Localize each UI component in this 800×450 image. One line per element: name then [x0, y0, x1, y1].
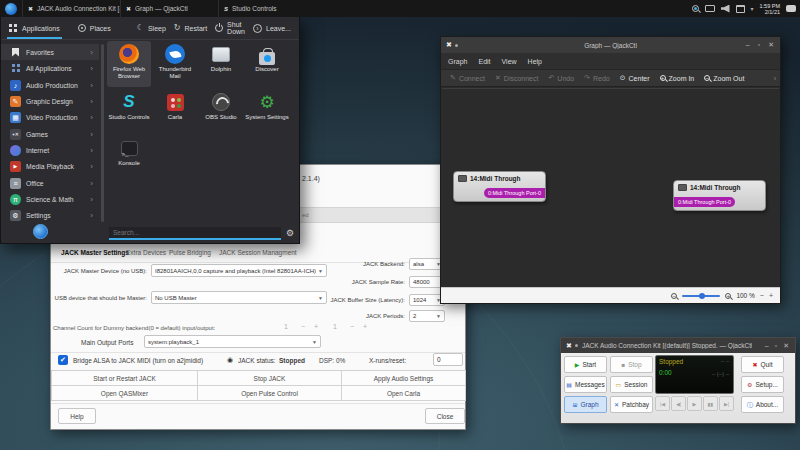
step-back-button[interactable]: ◀|: [671, 396, 686, 411]
restart-button[interactable]: ↻ Restart: [170, 17, 211, 39]
menu-view[interactable]: View: [502, 58, 517, 65]
about-button[interactable]: ⓘAbout...: [741, 396, 784, 413]
tab-jack-master-settings[interactable]: JACK Master Settings: [61, 249, 129, 256]
distro-menu-icon[interactable]: [5, 3, 17, 15]
app-obs-studio[interactable]: OBS Studio: [199, 89, 243, 121]
app-carla[interactable]: Carla: [153, 89, 197, 121]
apply-audio-settings-button[interactable]: Apply Audio Settings: [341, 370, 466, 386]
close-button[interactable]: [783, 342, 789, 350]
start-button[interactable]: ▶Start: [564, 356, 607, 373]
open-qasmixer-button[interactable]: Open QASMixer: [51, 385, 198, 401]
category-games[interactable]: +✕Games›: [1, 126, 99, 142]
disconnect-button[interactable]: ✕Disconnect: [495, 74, 539, 82]
tab-jack-session-management[interactable]: JACK Session Managment: [219, 249, 297, 256]
stop-button[interactable]: ■Stop: [610, 356, 653, 373]
search-tray-icon[interactable]: [692, 5, 699, 12]
taskbar-item-studio-controls[interactable]: S Studio Controls: [218, 0, 316, 17]
app-system-settings[interactable]: System Settings: [245, 89, 289, 121]
center-button[interactable]: ⊙Center: [620, 74, 650, 82]
zoom-in-icon[interactable]: [725, 293, 731, 299]
open-carla-button[interactable]: Open Carla: [341, 385, 466, 401]
channel-out-minus[interactable]: −: [350, 323, 354, 330]
category-office[interactable]: ≡Office›: [1, 175, 99, 191]
category-science-math[interactable]: πScience & Math›: [1, 191, 99, 207]
category-graphic-design[interactable]: ✎Graphic Design›: [1, 93, 99, 109]
app-konsole[interactable]: Konsole: [107, 135, 151, 167]
volume-icon[interactable]: [721, 5, 730, 13]
qjackctl-titlebar[interactable]: ✖ JACK Audio Connection Kit [(default)] …: [561, 338, 795, 353]
search-input[interactable]: [109, 227, 281, 240]
clipboard-tray-icon[interactable]: [736, 5, 745, 13]
menu-tab-applications[interactable]: Applications: [5, 17, 64, 39]
leave-button[interactable]: › Leave...: [249, 17, 295, 39]
app-firefox[interactable]: Firefox Web Browser: [107, 41, 151, 87]
node-midi-through-input[interactable]: 14:Midi Through 0:Midi Through Port-0: [673, 180, 766, 211]
periods-combo[interactable]: 2▼: [409, 310, 445, 322]
quit-button[interactable]: ✖Quit: [741, 356, 784, 373]
node-midi-through-output[interactable]: 14:Midi Through 0:Midi Through Port-0: [453, 171, 546, 202]
minimize-button[interactable]: [765, 342, 769, 350]
midi-input-port[interactable]: 0:Midi Through Port-0: [674, 197, 735, 207]
notifications-icon[interactable]: [786, 5, 796, 12]
menu-tab-places[interactable]: Places: [74, 17, 115, 39]
forward-end-button[interactable]: ▶|: [719, 396, 734, 411]
sleep-button[interactable]: ☾ Sleep: [133, 17, 170, 39]
channel-out-plus[interactable]: +: [363, 323, 367, 330]
graph-titlebar[interactable]: ✖ Graph — QjackCtl: [441, 37, 780, 53]
category-all-applications[interactable]: All Applications›: [1, 60, 99, 76]
start-restart-jack-button[interactable]: Start or Restart JACK: [51, 370, 198, 386]
taskbar-item-graph[interactable]: ✖ Graph — QjackCtl: [120, 0, 218, 17]
tray-expander-icon[interactable]: ▾: [751, 5, 754, 12]
app-thunderbird[interactable]: Thunderbird Mail: [153, 41, 197, 79]
main-output-combo[interactable]: system:playback_1▼: [144, 335, 321, 348]
redo-button[interactable]: ↷Redo: [584, 74, 610, 82]
category-audio-production[interactable]: ♪Audio Production›: [1, 77, 99, 93]
toolbar-overflow-icon[interactable]: ›: [774, 75, 780, 82]
app-studio-controls[interactable]: Studio Controls: [107, 89, 151, 121]
zoom-out-button[interactable]: Zoom Out: [704, 75, 744, 82]
category-internet[interactable]: Internet›: [1, 142, 99, 158]
category-favorites[interactable]: Favorites›: [1, 44, 99, 60]
graph-button[interactable]: ⊞Graph: [564, 396, 607, 413]
tab-pulse-bridging[interactable]: Pulse Bridging: [169, 249, 211, 256]
menu-edit[interactable]: Edit: [478, 58, 490, 65]
menu-settings-gear-icon[interactable]: ⚙: [286, 228, 294, 238]
zoom-out-icon[interactable]: [671, 293, 677, 299]
setup-button[interactable]: ⚙Setup...: [741, 376, 784, 393]
midi-output-port[interactable]: 0:Midi Through Port-0: [484, 188, 545, 198]
clock[interactable]: 1:59 PM 2/1/21: [760, 3, 780, 15]
xruns-field[interactable]: 0: [433, 353, 463, 366]
connect-button[interactable]: ✎Connect: [450, 74, 485, 82]
menu-graph[interactable]: Graph: [448, 58, 467, 65]
open-pulse-control-button[interactable]: Open Pulse Control: [197, 385, 342, 401]
undo-button[interactable]: ↶Undo: [548, 74, 574, 82]
session-button[interactable]: ▭Session: [610, 376, 653, 393]
graph-canvas[interactable]: 14:Midi Through 0:Midi Through Port-0 14…: [442, 88, 779, 287]
display-tray-icon[interactable]: [705, 5, 715, 12]
shutdown-button[interactable]: Shut Down: [211, 17, 249, 39]
zoom-in-button[interactable]: Zoom In: [660, 75, 695, 82]
patchbay-button[interactable]: ✕Patchbay: [610, 396, 653, 413]
bridge-alsa-checkbox[interactable]: [58, 355, 68, 365]
rewind-start-button[interactable]: |◀: [655, 396, 670, 411]
tab-extra-devices[interactable]: Extra Devices: [126, 249, 166, 256]
zoom-decrease-button[interactable]: −: [760, 292, 764, 299]
taskbar-item-qjackctl[interactable]: ✖ JACK Audio Connection Kit [(defau...: [22, 0, 120, 17]
category-scrollbar[interactable]: [101, 44, 104, 222]
channel-in-plus[interactable]: +: [314, 323, 318, 330]
channel-in-minus[interactable]: −: [301, 323, 305, 330]
menu-help[interactable]: Help: [528, 58, 542, 65]
app-discover[interactable]: Discover: [245, 41, 289, 73]
transport-pause-button[interactable]: ▮▮: [703, 396, 718, 411]
close-button[interactable]: Close: [425, 408, 465, 424]
help-button[interactable]: Help: [58, 408, 96, 424]
maximize-button[interactable]: [775, 342, 777, 350]
transport-play-button[interactable]: ▶: [687, 396, 702, 411]
zoom-increase-button[interactable]: +: [769, 292, 773, 299]
messages-button[interactable]: ▤Messages: [564, 376, 607, 393]
category-video-production[interactable]: ▦Video Production›: [1, 109, 99, 125]
app-dolphin[interactable]: Dolphin: [199, 41, 243, 73]
zoom-slider[interactable]: [682, 295, 720, 297]
category-media-playback[interactable]: ▶Media Playback›: [1, 158, 99, 174]
stop-jack-button[interactable]: Stop JACK: [197, 370, 342, 386]
